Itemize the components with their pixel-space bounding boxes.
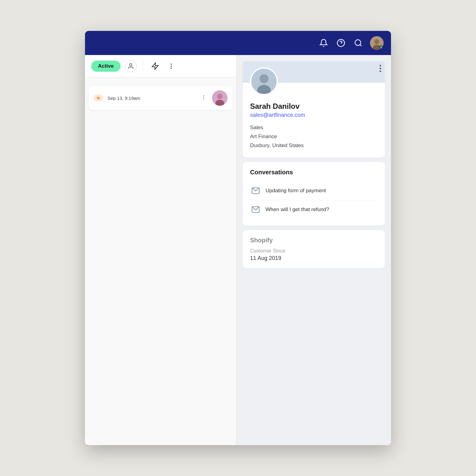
svg-point-14 bbox=[171, 66, 172, 67]
lightning-icon-button[interactable] bbox=[149, 60, 161, 72]
svg-point-17 bbox=[203, 97, 204, 98]
conversation-row-2[interactable]: When will I get that refund? bbox=[250, 200, 377, 219]
help-icon[interactable] bbox=[335, 37, 346, 49]
svg-marker-12 bbox=[152, 63, 158, 70]
svg-point-23 bbox=[259, 74, 268, 83]
bell-icon[interactable] bbox=[318, 37, 329, 49]
toolbar: Active bbox=[85, 55, 236, 77]
svg-point-16 bbox=[203, 95, 204, 96]
customer-since-value: 11 Aug 2019 bbox=[250, 255, 377, 261]
profile-info: Sarah Danilov sales@artfinance.com Sales… bbox=[250, 100, 377, 150]
left-panel: Active bbox=[85, 55, 236, 445]
more-options-button[interactable] bbox=[165, 60, 177, 72]
conv-avatar bbox=[212, 90, 227, 106]
conversation-list-item[interactable]: te Sep 13, 9:19am bbox=[89, 86, 232, 110]
online-status-dot bbox=[379, 45, 383, 49]
svg-point-18 bbox=[203, 98, 204, 99]
conversation-row-1[interactable]: Updating form of payment bbox=[250, 181, 377, 200]
svg-point-15 bbox=[171, 67, 172, 69]
conversations-section: Conversations Updating form of payment bbox=[243, 162, 385, 226]
conv-row-text-2: When will I get that refund? bbox=[266, 206, 329, 213]
conv-tag: te bbox=[94, 95, 103, 101]
shopify-title: Shopify bbox=[250, 237, 377, 244]
user-icon-button[interactable] bbox=[125, 60, 137, 72]
profile-card: Sarah Danilov sales@artfinance.com Sales… bbox=[243, 61, 385, 158]
profile-email[interactable]: sales@artfinance.com bbox=[250, 112, 377, 118]
svg-point-11 bbox=[130, 63, 132, 66]
profile-department: Sales bbox=[250, 123, 377, 132]
profile-more-button[interactable] bbox=[380, 65, 381, 72]
conv-more-button[interactable] bbox=[200, 93, 208, 103]
svg-point-13 bbox=[171, 63, 172, 65]
profile-avatar bbox=[250, 67, 278, 95]
header bbox=[85, 31, 391, 55]
svg-line-3 bbox=[360, 45, 361, 46]
conv-row-text-1: Updating form of payment bbox=[266, 188, 326, 194]
shopify-section: Shopify Customer Since 11 Aug 2019 bbox=[243, 230, 385, 268]
profile-location: Duxbury, United States bbox=[250, 141, 377, 150]
svg-point-24 bbox=[257, 85, 271, 95]
profile-header-bg bbox=[243, 61, 385, 83]
active-badge[interactable]: Active bbox=[91, 61, 121, 72]
conversations-title: Conversations bbox=[250, 169, 377, 176]
user-avatar[interactable] bbox=[370, 36, 384, 50]
app-window: Active bbox=[85, 31, 391, 445]
conv-date: Sep 13, 9:19am bbox=[108, 96, 195, 101]
profile-company: Art Finance bbox=[250, 132, 377, 141]
main-content: Active bbox=[85, 55, 391, 445]
toolbar-divider bbox=[143, 61, 143, 71]
search-icon[interactable] bbox=[353, 37, 364, 49]
svg-point-20 bbox=[217, 94, 223, 99]
email-icon-2 bbox=[250, 204, 261, 215]
email-icon-1 bbox=[250, 185, 261, 196]
customer-since-label: Customer Since bbox=[250, 248, 377, 254]
profile-name: Sarah Danilov bbox=[250, 102, 377, 111]
right-panel: Sarah Danilov sales@artfinance.com Sales… bbox=[236, 55, 391, 445]
conv-meta: Sep 13, 9:19am bbox=[108, 96, 195, 101]
svg-point-2 bbox=[355, 40, 361, 46]
